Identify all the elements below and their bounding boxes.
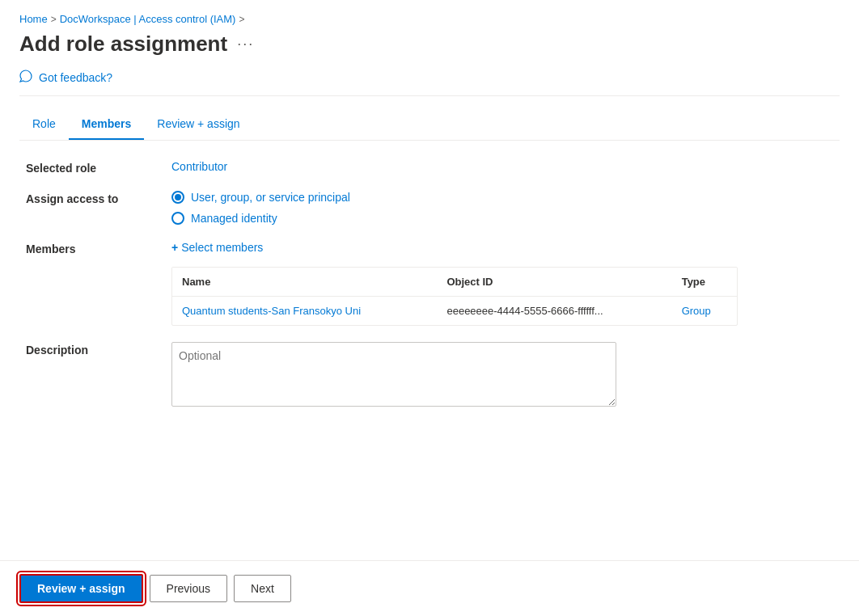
- divider: [19, 95, 840, 96]
- selected-role-value: Contributor: [171, 160, 840, 173]
- col-object-id: Object ID: [437, 268, 671, 297]
- more-options-icon[interactable]: ···: [237, 36, 254, 53]
- breadcrumb-home[interactable]: Home: [19, 13, 48, 25]
- tab-members[interactable]: Members: [69, 109, 144, 140]
- table-header-row: Name Object ID Type: [172, 268, 737, 297]
- page-title: Add role assignment: [19, 32, 227, 57]
- members-content: + Select members Name Object ID Type: [171, 241, 840, 326]
- tab-role[interactable]: Role: [19, 109, 69, 140]
- select-members-label: Select members: [181, 241, 263, 254]
- plus-icon: +: [171, 241, 178, 254]
- tab-review[interactable]: Review + assign: [144, 109, 252, 140]
- radio-circle-user-group: [171, 191, 184, 204]
- assign-access-row: Assign access to User, group, or service…: [26, 191, 840, 225]
- radio-label-managed-identity: Managed identity: [191, 212, 277, 225]
- col-type: Type: [672, 268, 737, 297]
- previous-button[interactable]: Previous: [150, 575, 227, 602]
- assign-access-label: Assign access to: [26, 191, 171, 205]
- members-table: Name Object ID Type Quantum students-San…: [172, 268, 737, 325]
- page-title-row: Add role assignment ···: [19, 32, 840, 57]
- description-input[interactable]: [171, 342, 616, 407]
- members-label: Members: [26, 241, 171, 255]
- table-row: Quantum students-San Fransokyo Uni eeeee…: [172, 297, 737, 326]
- selected-role-row: Selected role Contributor: [26, 160, 840, 175]
- feedback-icon: [19, 70, 32, 86]
- select-members-link[interactable]: + Select members: [171, 241, 840, 254]
- assign-access-options: User, group, or service principal Manage…: [171, 191, 840, 225]
- breadcrumb-separator-1: >: [51, 14, 57, 25]
- description-label: Description: [26, 342, 171, 357]
- radio-managed-identity[interactable]: Managed identity: [171, 212, 840, 225]
- feedback-row[interactable]: Got feedback?: [19, 70, 840, 86]
- member-name: Quantum students-San Fransokyo Uni: [172, 297, 437, 326]
- radio-group: User, group, or service principal Manage…: [171, 191, 840, 225]
- radio-label-user-group: User, group, or service principal: [191, 191, 350, 204]
- next-button[interactable]: Next: [234, 575, 291, 602]
- radio-circle-managed-identity: [171, 212, 184, 225]
- review-assign-button[interactable]: Review + assign: [19, 574, 143, 603]
- members-table-container: Name Object ID Type Quantum students-San…: [171, 267, 738, 326]
- breadcrumb-workspace[interactable]: DocWorkspace | Access control (IAM): [60, 13, 236, 25]
- description-row: Description: [26, 342, 840, 409]
- footer-actions: Review + assign Previous Next: [0, 560, 859, 616]
- member-object-id: eeeeeeee-4444-5555-6666-ffffff...: [437, 297, 671, 326]
- col-name: Name: [172, 268, 437, 297]
- radio-user-group[interactable]: User, group, or service principal: [171, 191, 840, 204]
- tabs-row: Role Members Review + assign: [19, 109, 840, 141]
- member-type: Group: [672, 297, 737, 326]
- breadcrumb-separator-2: >: [239, 14, 244, 25]
- breadcrumb: Home > DocWorkspace | Access control (IA…: [19, 13, 840, 25]
- feedback-label: Got feedback?: [39, 71, 112, 84]
- members-row: Members + Select members Name Object ID …: [26, 241, 840, 326]
- form-section: Selected role Contributor Assign access …: [26, 160, 840, 409]
- description-content: [171, 342, 840, 409]
- selected-role-label: Selected role: [26, 160, 171, 175]
